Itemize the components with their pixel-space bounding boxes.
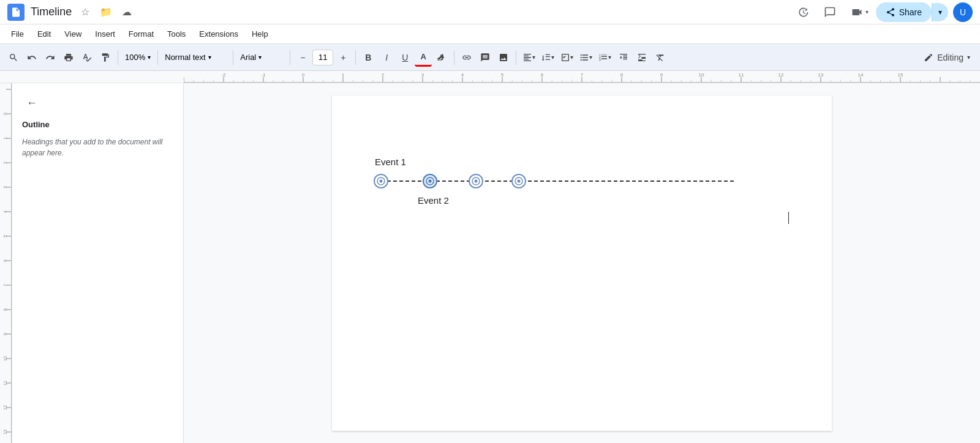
indent-more-button[interactable] — [633, 48, 650, 67]
svg-text:10: 10 — [699, 72, 704, 78]
svg-text:9: 9 — [660, 72, 663, 78]
doc-title[interactable]: Timeline — [31, 6, 72, 18]
svg-text:5: 5 — [501, 72, 504, 78]
menu-file[interactable]: File — [5, 27, 30, 41]
svg-text:4: 4 — [461, 72, 464, 78]
image-button[interactable] — [495, 48, 512, 67]
font-size-input[interactable] — [312, 50, 333, 65]
sep1 — [118, 50, 118, 65]
meet-button[interactable] — [846, 1, 868, 23]
history-button[interactable] — [792, 1, 814, 23]
checklist-button[interactable]: ▾ — [558, 48, 576, 67]
undo-button[interactable] — [23, 48, 40, 67]
highlight-button[interactable] — [433, 48, 450, 67]
title-right: ▾ Share ▾ U — [792, 1, 973, 23]
editing-mode-button[interactable]: Editing ▾ — [919, 50, 975, 65]
sidebar-back-button[interactable]: ← — [22, 93, 42, 113]
svg-text:6: 6 — [3, 259, 7, 262]
doc-scroll-area[interactable]: Event 1 — [184, 83, 980, 443]
cloud-button[interactable]: ☁ — [118, 4, 135, 21]
menu-edit[interactable]: Edit — [31, 27, 57, 41]
svg-text:15: 15 — [898, 72, 903, 78]
link-button[interactable] — [458, 48, 475, 67]
bullet-list-button[interactable]: ▾ — [577, 48, 595, 67]
sep5 — [355, 50, 356, 65]
folder-button[interactable]: 📁 — [97, 4, 115, 21]
event1-label: Event 1 — [375, 157, 795, 167]
text-color-button[interactable]: A — [415, 48, 432, 67]
font-select[interactable]: Arial ▾ — [237, 49, 286, 66]
text-cursor — [788, 212, 790, 224]
clear-format-button[interactable] — [652, 48, 669, 67]
ruler-sidebar-gap — [12, 71, 184, 83]
menu-extensions[interactable]: Extensions — [193, 27, 244, 41]
svg-text:2: 2 — [382, 72, 385, 78]
event2-label: Event 2 — [418, 195, 795, 206]
svg-text:6: 6 — [541, 72, 544, 78]
zoom-select[interactable]: 100% ▾ — [122, 49, 154, 66]
sidebar-title: Outline — [22, 120, 173, 129]
menu-help[interactable]: Help — [246, 27, 274, 41]
editing-mode-label: Editing — [937, 53, 963, 62]
svg-text:3: 3 — [3, 186, 7, 188]
svg-text:8: 8 — [620, 72, 624, 78]
search-button[interactable] — [5, 48, 22, 67]
comment-button[interactable] — [819, 1, 841, 23]
horizontal-ruler: // Will be populated by JS below -2-1012… — [184, 71, 980, 83]
sep4 — [290, 50, 290, 65]
share-dropdown-button[interactable]: ▾ — [932, 3, 948, 21]
star-button[interactable]: ☆ — [77, 4, 94, 21]
comment-insert-button[interactable] — [477, 48, 494, 67]
bold-button[interactable]: B — [360, 48, 377, 67]
ruler-corner — [0, 71, 12, 83]
svg-text:13: 13 — [818, 72, 824, 78]
svg-point-138 — [475, 180, 478, 183]
underline-button[interactable]: U — [396, 48, 413, 67]
sep7 — [516, 50, 516, 65]
font-size-increase[interactable]: + — [334, 48, 352, 67]
sep3 — [233, 50, 233, 65]
timeline-svg — [369, 172, 748, 190]
toolbar: 100% ▾ Normal text ▾ Arial ▾ − + B I U A… — [0, 44, 980, 71]
paintformat-button[interactable] — [97, 48, 114, 67]
sep6 — [454, 50, 454, 65]
sidebar-hint: Headings that you add to the document wi… — [22, 136, 173, 158]
svg-text:-1: -1 — [261, 72, 266, 78]
menu-tools[interactable]: Tools — [161, 27, 192, 41]
svg-point-135 — [429, 180, 432, 183]
svg-text:11: 11 — [3, 381, 7, 385]
svg-text:2: 2 — [3, 162, 7, 164]
sidebar: ← Outline Headings that you add to the d… — [12, 83, 184, 443]
menu-insert[interactable]: Insert — [89, 27, 121, 41]
style-select[interactable]: Normal text ▾ — [162, 49, 229, 66]
sep2 — [157, 50, 158, 65]
svg-text:14: 14 — [858, 72, 864, 78]
app-icon — [7, 4, 24, 21]
timeline-container: Event 1 — [369, 157, 795, 206]
menu-view[interactable]: View — [58, 27, 88, 41]
svg-rect-0 — [184, 82, 980, 83]
timeline-line — [369, 172, 795, 190]
spellcheck-button[interactable] — [78, 48, 96, 67]
menu-format[interactable]: Format — [123, 27, 160, 41]
line-spacing-button[interactable]: ▾ — [539, 48, 557, 67]
indent-less-button[interactable] — [615, 48, 632, 67]
user-avatar[interactable]: U — [953, 2, 973, 22]
doc-page: Event 1 — [332, 95, 832, 431]
align-button[interactable]: ▾ — [520, 48, 538, 67]
numbered-list-button[interactable]: ▾ — [596, 48, 614, 67]
svg-text:0: 0 — [302, 72, 305, 78]
svg-text:9: 9 — [3, 333, 7, 335]
svg-text:5: 5 — [3, 235, 7, 237]
share-button[interactable]: Share — [876, 2, 932, 22]
svg-point-132 — [380, 180, 383, 183]
title-bar: Timeline ☆ 📁 ☁ ▾ Share ▾ U — [0, 0, 980, 24]
print-button[interactable] — [60, 48, 77, 67]
redo-button[interactable] — [42, 48, 59, 67]
svg-text:7: 7 — [3, 284, 7, 286]
svg-text:-2: -2 — [221, 72, 226, 78]
svg-text:4: 4 — [3, 210, 7, 213]
italic-button[interactable]: I — [378, 48, 395, 67]
svg-text:12: 12 — [778, 72, 784, 78]
font-size-decrease[interactable]: − — [294, 48, 311, 67]
